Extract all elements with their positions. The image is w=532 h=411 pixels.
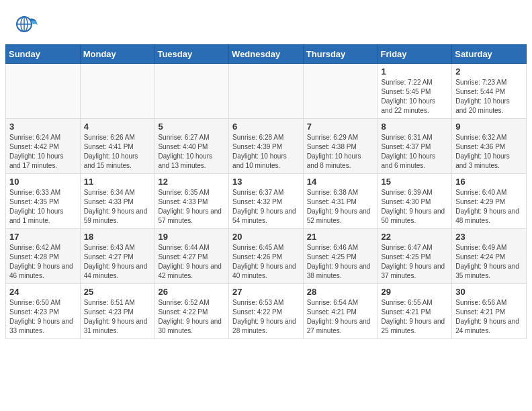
day-info: Sunrise: 6:39 AM Sunset: 4:30 PM Dayligh…: [382, 188, 449, 226]
day-info: Sunrise: 7:22 AM Sunset: 5:45 PM Dayligh…: [382, 78, 449, 116]
day-header-tuesday: Tuesday: [154, 45, 229, 64]
calendar-cell: 24Sunrise: 6:50 AM Sunset: 4:23 PM Dayli…: [6, 284, 81, 339]
header: [0, 0, 532, 44]
day-info: Sunrise: 6:27 AM Sunset: 4:40 PM Dayligh…: [158, 133, 225, 171]
day-number: 23: [455, 232, 523, 242]
calendar-week-2: 3Sunrise: 6:24 AM Sunset: 4:42 PM Daylig…: [6, 119, 527, 174]
day-number: 21: [307, 232, 374, 242]
calendar-cell: 16Sunrise: 6:40 AM Sunset: 4:29 PM Dayli…: [452, 174, 527, 229]
calendar-cell: 15Sunrise: 6:39 AM Sunset: 4:30 PM Dayli…: [378, 174, 452, 229]
calendar-body: 1Sunrise: 7:22 AM Sunset: 5:45 PM Daylig…: [6, 64, 527, 339]
day-number: 30: [455, 287, 523, 297]
day-info: Sunrise: 6:29 AM Sunset: 4:38 PM Dayligh…: [307, 133, 374, 171]
calendar-cell: 17Sunrise: 6:42 AM Sunset: 4:28 PM Dayli…: [6, 229, 81, 284]
calendar-table: SundayMondayTuesdayWednesdayThursdayFrid…: [5, 44, 527, 339]
day-number: 9: [455, 122, 523, 132]
day-number: 3: [9, 122, 77, 132]
calendar-cell: [154, 64, 229, 119]
calendar-cell: 13Sunrise: 6:37 AM Sunset: 4:32 PM Dayli…: [229, 174, 304, 229]
calendar-cell: 5Sunrise: 6:27 AM Sunset: 4:40 PM Daylig…: [154, 119, 229, 174]
calendar-week-5: 24Sunrise: 6:50 AM Sunset: 4:23 PM Dayli…: [6, 284, 527, 339]
day-info: Sunrise: 6:55 AM Sunset: 4:21 PM Dayligh…: [382, 298, 449, 336]
day-number: 12: [158, 177, 225, 187]
day-info: Sunrise: 6:53 AM Sunset: 4:22 PM Dayligh…: [232, 298, 300, 336]
day-info: Sunrise: 6:28 AM Sunset: 4:39 PM Dayligh…: [232, 133, 300, 171]
day-info: Sunrise: 6:38 AM Sunset: 4:31 PM Dayligh…: [307, 188, 374, 226]
day-number: 13: [232, 177, 300, 187]
day-info: Sunrise: 6:42 AM Sunset: 4:28 PM Dayligh…: [9, 243, 77, 281]
day-number: 11: [84, 177, 151, 187]
day-info: Sunrise: 6:52 AM Sunset: 4:22 PM Dayligh…: [158, 298, 225, 336]
day-info: Sunrise: 6:33 AM Sunset: 4:35 PM Dayligh…: [9, 188, 77, 226]
calendar-week-4: 17Sunrise: 6:42 AM Sunset: 4:28 PM Dayli…: [6, 229, 527, 284]
day-info: Sunrise: 6:49 AM Sunset: 4:24 PM Dayligh…: [455, 243, 523, 281]
calendar-header-row: SundayMondayTuesdayWednesdayThursdayFrid…: [6, 45, 527, 64]
day-number: 26: [158, 287, 225, 297]
day-info: Sunrise: 6:32 AM Sunset: 4:36 PM Dayligh…: [455, 133, 523, 171]
day-number: 17: [9, 232, 77, 242]
day-info: Sunrise: 6:37 AM Sunset: 4:32 PM Dayligh…: [232, 188, 300, 226]
calendar-cell: [229, 64, 304, 119]
day-number: 20: [232, 232, 300, 242]
day-number: 7: [307, 122, 374, 132]
day-number: 15: [382, 177, 449, 187]
day-number: 27: [232, 287, 300, 297]
calendar-cell: 25Sunrise: 6:51 AM Sunset: 4:23 PM Dayli…: [80, 284, 154, 339]
day-info: Sunrise: 6:24 AM Sunset: 4:42 PM Dayligh…: [9, 133, 77, 171]
day-number: 5: [158, 122, 225, 132]
calendar-week-1: 1Sunrise: 7:22 AM Sunset: 5:45 PM Daylig…: [6, 64, 527, 119]
day-info: Sunrise: 6:26 AM Sunset: 4:41 PM Dayligh…: [84, 133, 151, 171]
day-number: 16: [455, 177, 523, 187]
calendar-cell: 9Sunrise: 6:32 AM Sunset: 4:36 PM Daylig…: [452, 119, 527, 174]
day-info: Sunrise: 6:51 AM Sunset: 4:23 PM Dayligh…: [84, 298, 151, 336]
logo-icon: [13, 12, 39, 38]
day-number: 24: [9, 287, 77, 297]
day-number: 8: [382, 122, 449, 132]
day-number: 18: [84, 232, 151, 242]
calendar-cell: 26Sunrise: 6:52 AM Sunset: 4:22 PM Dayli…: [154, 284, 229, 339]
day-info: Sunrise: 6:56 AM Sunset: 4:21 PM Dayligh…: [455, 298, 523, 336]
calendar-cell: 3Sunrise: 6:24 AM Sunset: 4:42 PM Daylig…: [6, 119, 81, 174]
calendar-cell: 22Sunrise: 6:47 AM Sunset: 4:25 PM Dayli…: [378, 229, 452, 284]
day-number: 1: [382, 66, 449, 77]
calendar-cell: 6Sunrise: 6:28 AM Sunset: 4:39 PM Daylig…: [229, 119, 304, 174]
calendar-cell: 28Sunrise: 6:54 AM Sunset: 4:21 PM Dayli…: [303, 284, 378, 339]
calendar-cell: 1Sunrise: 7:22 AM Sunset: 5:45 PM Daylig…: [378, 64, 452, 119]
day-info: Sunrise: 6:34 AM Sunset: 4:33 PM Dayligh…: [84, 188, 151, 226]
day-info: Sunrise: 6:46 AM Sunset: 4:25 PM Dayligh…: [307, 243, 374, 281]
calendar-cell: [303, 64, 378, 119]
day-header-sunday: Sunday: [6, 45, 81, 64]
calendar-cell: 14Sunrise: 6:38 AM Sunset: 4:31 PM Dayli…: [303, 174, 378, 229]
day-info: Sunrise: 6:44 AM Sunset: 4:27 PM Dayligh…: [158, 243, 225, 281]
calendar-cell: [6, 64, 81, 119]
calendar-cell: 10Sunrise: 6:33 AM Sunset: 4:35 PM Dayli…: [6, 174, 81, 229]
day-header-monday: Monday: [80, 45, 154, 64]
logo: [13, 12, 42, 38]
day-info: Sunrise: 6:40 AM Sunset: 4:29 PM Dayligh…: [455, 188, 523, 226]
day-number: 22: [382, 232, 449, 242]
day-number: 6: [232, 122, 300, 132]
day-number: 19: [158, 232, 225, 242]
day-info: Sunrise: 6:54 AM Sunset: 4:21 PM Dayligh…: [307, 298, 374, 336]
calendar-cell: 11Sunrise: 6:34 AM Sunset: 4:33 PM Dayli…: [80, 174, 154, 229]
day-header-saturday: Saturday: [452, 45, 527, 64]
day-info: Sunrise: 6:35 AM Sunset: 4:33 PM Dayligh…: [158, 188, 225, 226]
calendar-cell: 29Sunrise: 6:55 AM Sunset: 4:21 PM Dayli…: [378, 284, 452, 339]
day-info: Sunrise: 6:45 AM Sunset: 4:26 PM Dayligh…: [232, 243, 300, 281]
day-number: 29: [382, 287, 449, 297]
day-number: 4: [84, 122, 151, 132]
calendar-cell: 18Sunrise: 6:43 AM Sunset: 4:27 PM Dayli…: [80, 229, 154, 284]
calendar-cell: 30Sunrise: 6:56 AM Sunset: 4:21 PM Dayli…: [452, 284, 527, 339]
calendar-cell: 2Sunrise: 7:23 AM Sunset: 5:44 PM Daylig…: [452, 64, 527, 119]
day-info: Sunrise: 7:23 AM Sunset: 5:44 PM Dayligh…: [455, 78, 523, 116]
calendar-cell: 19Sunrise: 6:44 AM Sunset: 4:27 PM Dayli…: [154, 229, 229, 284]
calendar-week-3: 10Sunrise: 6:33 AM Sunset: 4:35 PM Dayli…: [6, 174, 527, 229]
day-info: Sunrise: 6:47 AM Sunset: 4:25 PM Dayligh…: [382, 243, 449, 281]
calendar-cell: 12Sunrise: 6:35 AM Sunset: 4:33 PM Dayli…: [154, 174, 229, 229]
day-number: 14: [307, 177, 374, 187]
day-header-thursday: Thursday: [303, 45, 378, 64]
calendar-cell: 8Sunrise: 6:31 AM Sunset: 4:37 PM Daylig…: [378, 119, 452, 174]
day-number: 10: [9, 177, 77, 187]
day-header-friday: Friday: [378, 45, 452, 64]
day-info: Sunrise: 6:31 AM Sunset: 4:37 PM Dayligh…: [382, 133, 449, 171]
